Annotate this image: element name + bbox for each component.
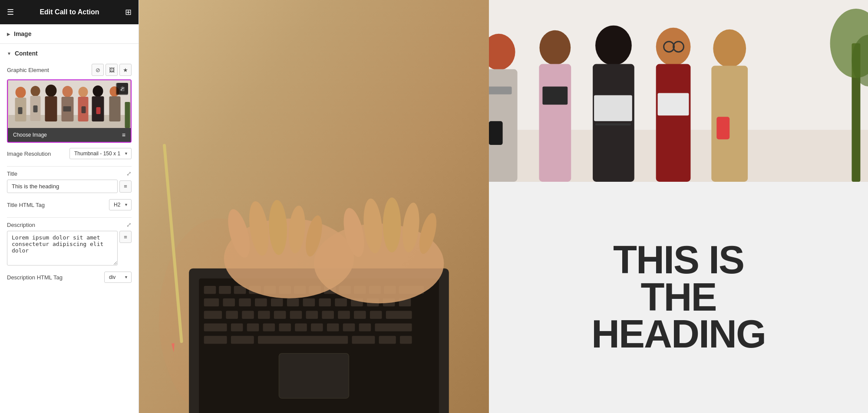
svg-rect-42 (223, 298, 235, 306)
graphic-element-label: Graphic Element (7, 67, 49, 73)
svg-rect-72 (311, 323, 323, 331)
preview-area: THIS IS THE HEADING (139, 0, 868, 413)
svg-rect-17 (125, 102, 130, 128)
svg-rect-7 (45, 96, 57, 121)
svg-rect-56 (242, 311, 254, 319)
svg-rect-61 (322, 311, 334, 319)
svg-rect-46 (287, 298, 299, 306)
description-label: Description (7, 222, 35, 228)
choose-image-bar[interactable]: Choose Image ≡ (8, 128, 131, 142)
svg-rect-27 (204, 286, 216, 294)
svg-rect-103 (489, 121, 503, 145)
image-resolution-label: Image Resolution (7, 151, 51, 157)
title-input[interactable] (7, 180, 118, 193)
image-icon: 🖼 (109, 67, 115, 73)
choose-image-label: Choose Image (13, 132, 47, 138)
title-tag-select[interactable]: H2 H1 H3 (109, 199, 132, 210)
svg-rect-18 (18, 107, 23, 114)
svg-point-6 (46, 85, 57, 97)
svg-rect-62 (338, 311, 350, 319)
description-tag-select[interactable]: div p span (104, 272, 132, 283)
title-tag-select-wrapper: H2 H1 H3 (109, 199, 132, 210)
description-drag-handle[interactable]: ⤢ (126, 221, 132, 228)
svg-rect-115 (656, 64, 691, 182)
svg-rect-78 (231, 336, 254, 344)
svg-rect-47 (303, 298, 315, 306)
svg-rect-76 (375, 323, 412, 331)
image-section[interactable]: ▶ Image (0, 24, 139, 44)
title-options-btn[interactable]: ≡ (119, 180, 132, 193)
svg-point-117 (713, 30, 746, 68)
description-options-btn[interactable]: ≡ (119, 231, 132, 243)
title-input-row: ≡ (7, 180, 132, 193)
svg-rect-109 (594, 95, 632, 121)
svg-rect-67 (231, 323, 243, 331)
svg-rect-49 (335, 298, 347, 306)
svg-rect-75 (359, 323, 371, 331)
svg-rect-69 (263, 323, 275, 331)
title-tag-row: Title HTML Tag H2 H1 H3 (7, 199, 132, 210)
svg-rect-58 (274, 311, 286, 319)
resize-icon-btn[interactable]: ⤢ (116, 83, 128, 95)
resolution-select-wrapper: Thumbnail - 150 x 1 (69, 148, 132, 159)
right-photo (489, 0, 868, 182)
svg-rect-20 (82, 106, 86, 113)
svg-rect-19 (33, 105, 38, 112)
graphic-element-row: Graphic Element ⊘ 🖼 ★ (7, 64, 132, 76)
sidebar: ☰ Edit Call to Action ⊞ ▶ Image ▼ Conten… (0, 0, 139, 413)
svg-rect-28 (219, 286, 231, 294)
svg-rect-65 (386, 311, 412, 319)
svg-rect-60 (306, 311, 318, 319)
svg-rect-48 (319, 298, 331, 306)
svg-rect-79 (258, 336, 348, 344)
svg-rect-82 (400, 336, 412, 344)
left-photo (139, 0, 489, 413)
main-preview: THIS IS THE HEADING (139, 0, 868, 413)
image-icon-btn[interactable]: 🖼 (106, 64, 118, 76)
content-section-toggle[interactable]: ▼ Content (7, 50, 132, 57)
content-section: ▼ Content Graphic Element ⊘ 🖼 ★ (0, 44, 139, 290)
svg-rect-71 (295, 323, 307, 331)
description-header: Description ⤢ (7, 221, 132, 228)
svg-rect-70 (279, 323, 291, 331)
svg-rect-54 (204, 311, 222, 319)
title-options-icon: ≡ (124, 183, 127, 190)
grid-icon[interactable]: ⊞ (125, 7, 132, 17)
svg-rect-102 (489, 86, 512, 94)
people-svg (8, 80, 131, 128)
separator-2 (7, 217, 132, 218)
right-text-area: THIS IS THE HEADING (489, 182, 868, 413)
description-tag-row: Description HTML Tag div p span (7, 272, 132, 283)
no-image-icon: ⊘ (96, 67, 100, 73)
image-preview-people: 🗑 (8, 80, 131, 128)
separator-1 (7, 166, 132, 167)
star-icon-btn[interactable]: ★ (119, 64, 132, 76)
big-heading: THIS IS THE HEADING (591, 242, 766, 353)
image-section-label: Image (14, 30, 31, 37)
description-textarea[interactable]: Lorem ipsum dolor sit amet consectetur a… (7, 231, 118, 266)
description-tag-label: Description HTML Tag (7, 274, 63, 281)
resize-icon: ⤢ (120, 86, 124, 92)
no-image-icon-btn[interactable]: ⊘ (92, 64, 104, 76)
svg-rect-83 (279, 353, 349, 398)
hamburger-icon[interactable]: ☰ (7, 7, 14, 17)
resolution-select[interactable]: Thumbnail - 150 x 1 (69, 148, 132, 159)
group-photo-svg (489, 0, 868, 182)
svg-point-2 (16, 87, 26, 98)
svg-rect-21 (96, 107, 101, 114)
svg-rect-106 (542, 86, 568, 105)
svg-rect-41 (204, 298, 219, 306)
svg-rect-68 (247, 323, 259, 331)
svg-rect-81 (379, 336, 396, 344)
svg-rect-43 (239, 298, 251, 306)
description-tag-select-wrapper: div p span (104, 272, 132, 283)
title-drag-handle[interactable]: ⤢ (126, 170, 132, 177)
laptop-svg (139, 0, 489, 413)
svg-rect-44 (255, 298, 267, 306)
description-input-row: Lorem ipsum dolor sit amet consectetur a… (7, 231, 132, 266)
svg-rect-64 (370, 311, 382, 319)
right-side: THIS IS THE HEADING (489, 0, 868, 413)
chevron-right-icon: ▶ (7, 32, 10, 36)
svg-rect-77 (204, 336, 227, 344)
heading-line2: THE (591, 279, 766, 316)
